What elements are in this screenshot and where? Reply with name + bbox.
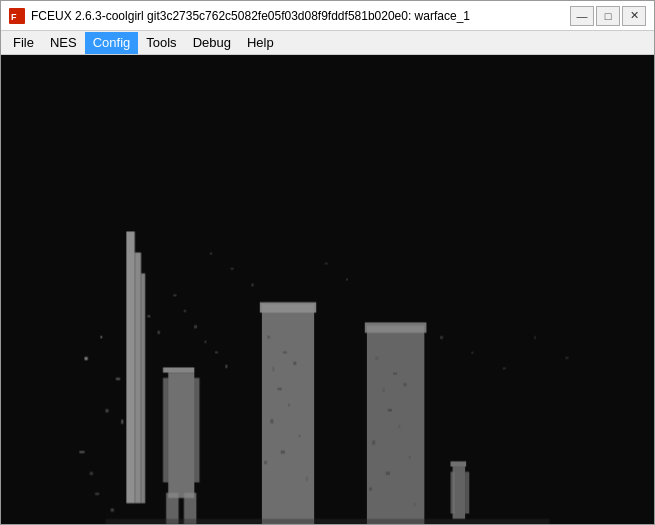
svg-rect-39 <box>403 383 406 386</box>
svg-rect-2 <box>1 55 654 524</box>
svg-rect-65 <box>173 294 176 296</box>
svg-rect-17 <box>163 378 168 482</box>
svg-rect-18 <box>194 378 199 482</box>
svg-rect-6 <box>85 357 88 360</box>
svg-rect-11 <box>90 472 93 475</box>
svg-rect-28 <box>288 404 290 407</box>
svg-rect-16 <box>168 373 194 498</box>
minimize-button[interactable]: — <box>570 6 594 26</box>
svg-rect-55 <box>346 279 348 281</box>
svg-rect-37 <box>393 373 397 375</box>
svg-rect-31 <box>281 451 285 454</box>
svg-rect-12 <box>121 420 123 424</box>
svg-rect-59 <box>534 336 536 339</box>
svg-rect-4 <box>135 252 141 503</box>
svg-rect-22 <box>260 303 316 313</box>
svg-rect-30 <box>299 435 301 437</box>
svg-rect-42 <box>372 440 375 444</box>
svg-rect-13 <box>95 493 99 495</box>
svg-rect-10 <box>79 451 84 453</box>
svg-rect-23 <box>267 336 270 339</box>
menu-bar: File NES Config Tools Debug Help <box>1 31 654 55</box>
svg-rect-66 <box>184 310 186 312</box>
maximize-button[interactable]: □ <box>596 6 620 26</box>
svg-rect-8 <box>116 378 120 380</box>
svg-rect-41 <box>398 425 400 428</box>
svg-rect-9 <box>105 409 108 412</box>
main-window: F FCEUX 2.6.3-coolgirl git3c2735c762c508… <box>0 0 655 525</box>
svg-rect-56 <box>440 336 443 339</box>
svg-rect-62 <box>105 519 549 524</box>
svg-rect-67 <box>194 326 197 329</box>
svg-rect-24 <box>283 352 287 354</box>
menu-help[interactable]: Help <box>239 32 282 54</box>
svg-rect-60 <box>565 357 568 359</box>
svg-rect-34 <box>367 326 424 524</box>
svg-rect-63 <box>147 315 150 317</box>
svg-rect-32 <box>264 461 267 464</box>
svg-rect-64 <box>158 331 160 334</box>
app-icon: F <box>9 8 25 24</box>
svg-rect-14 <box>111 508 114 511</box>
svg-rect-50 <box>465 472 469 514</box>
close-button[interactable]: ✕ <box>622 6 646 26</box>
svg-rect-49 <box>450 472 454 514</box>
svg-rect-5 <box>141 273 145 503</box>
svg-rect-52 <box>231 268 234 270</box>
svg-rect-58 <box>503 367 506 369</box>
svg-rect-3 <box>126 232 134 504</box>
svg-rect-35 <box>365 322 427 332</box>
svg-rect-46 <box>414 503 416 506</box>
menu-nes[interactable]: NES <box>42 32 85 54</box>
svg-rect-29 <box>271 420 274 424</box>
menu-config[interactable]: Config <box>85 32 139 54</box>
menu-debug[interactable]: Debug <box>185 32 239 54</box>
svg-rect-69 <box>215 352 218 354</box>
game-canvas <box>1 55 654 524</box>
svg-rect-26 <box>294 362 297 365</box>
svg-rect-7 <box>100 336 102 338</box>
svg-rect-57 <box>471 352 473 354</box>
svg-rect-54 <box>325 263 328 265</box>
svg-rect-44 <box>385 472 389 475</box>
window-controls: — □ ✕ <box>570 6 646 26</box>
menu-tools[interactable]: Tools <box>138 32 184 54</box>
game-content <box>1 55 654 524</box>
svg-rect-38 <box>382 388 384 392</box>
svg-rect-40 <box>388 409 392 411</box>
svg-rect-33 <box>306 477 308 481</box>
title-bar: F FCEUX 2.6.3-coolgirl git3c2735c762c508… <box>1 1 654 31</box>
svg-rect-25 <box>273 367 275 371</box>
window-title: FCEUX 2.6.3-coolgirl git3c2735c762c5082f… <box>31 9 570 23</box>
svg-rect-15 <box>163 367 194 372</box>
svg-rect-43 <box>408 456 410 458</box>
svg-rect-45 <box>369 487 372 490</box>
svg-rect-51 <box>210 252 212 254</box>
menu-file[interactable]: File <box>5 32 42 54</box>
svg-rect-36 <box>375 357 378 360</box>
svg-rect-53 <box>252 284 254 287</box>
svg-text:F: F <box>11 12 17 22</box>
svg-rect-68 <box>205 341 207 343</box>
svg-rect-70 <box>226 365 228 368</box>
svg-rect-27 <box>278 388 282 390</box>
svg-rect-47 <box>450 461 466 466</box>
